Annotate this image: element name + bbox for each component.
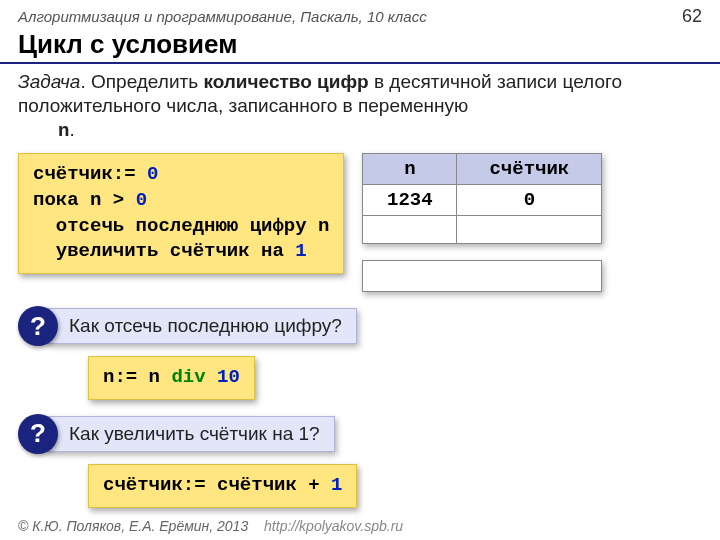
task-text: Задача. Определить количество цифр в дес… (18, 70, 702, 143)
pseudocode-box: счётчик:= 0 пока n > 0 отсечь последнюю … (18, 153, 344, 274)
trace-wrap: n счётчик 1234 0 (362, 153, 702, 292)
slide-content: Задача. Определить количество цифр в дес… (0, 70, 720, 508)
copyright: © К.Ю. Поляков, Е.А. Ерёмин, 2013 (18, 518, 248, 534)
main-row: счётчик:= 0 пока n > 0 отсечь последнюю … (18, 153, 702, 292)
task-var: n (58, 120, 69, 142)
trace-table: n счётчик 1234 0 (362, 153, 602, 244)
slide-title: Цикл с условием (0, 29, 720, 64)
page-number: 62 (682, 6, 702, 27)
question-icon: ? (18, 306, 58, 346)
slide-header: Алгоритмизация и программирование, Паска… (0, 0, 720, 29)
question-2: ? Как увеличить счётчик на 1? (18, 414, 702, 454)
question-icon: ? (18, 414, 58, 454)
col-n: n (363, 154, 457, 185)
question-1-text: Как отсечь последнюю цифру? (46, 308, 357, 344)
code-inc-box: счётчик:= счётчик + 1 (88, 464, 357, 508)
question-2-text: Как увеличить счётчик на 1? (46, 416, 335, 452)
code-div-box: n:= n div 10 (88, 356, 255, 400)
task-bold: количество цифр (203, 71, 368, 92)
empty-box (362, 260, 602, 292)
table-row: 1234 0 (363, 185, 602, 216)
footer-url: http://kpolyakov.spb.ru (264, 518, 403, 534)
col-counter: счётчик (457, 154, 602, 185)
course-label: Алгоритмизация и программирование, Паска… (18, 8, 427, 25)
slide-footer: © К.Ю. Поляков, Е.А. Ерёмин, 2013 http:/… (18, 518, 403, 534)
table-row (363, 216, 602, 244)
task-label: Задача (18, 71, 80, 92)
question-1: ? Как отсечь последнюю цифру? (18, 306, 702, 346)
table-row: n счётчик (363, 154, 602, 185)
